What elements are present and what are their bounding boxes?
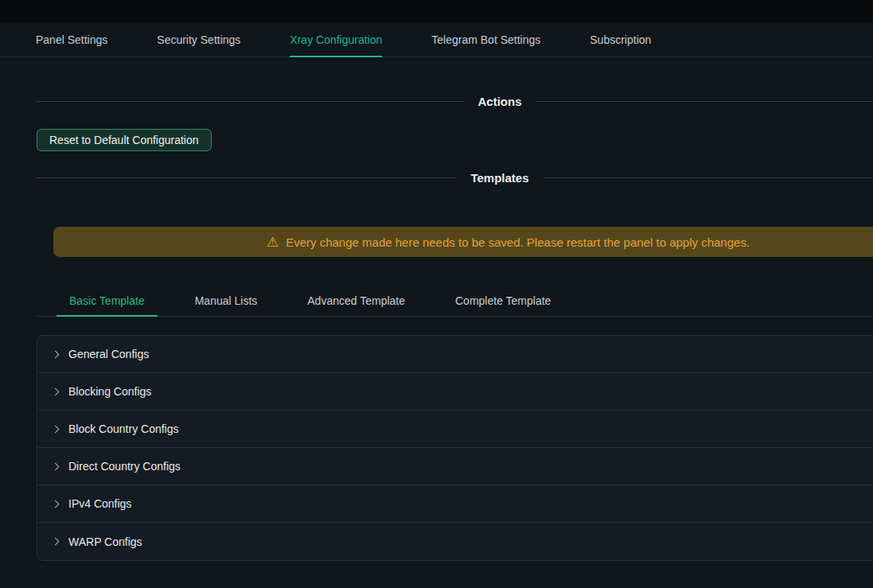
- chevron-right-icon: [52, 500, 60, 508]
- reset-default-configuration-button[interactable]: Reset to Default Configuration: [37, 129, 212, 151]
- chevron-right-icon: [52, 350, 60, 358]
- tab-telegram-bot-settings[interactable]: Telegram Bot Settings: [431, 22, 540, 56]
- collapse-item-ipv4-configs[interactable]: IPv4 Configs: [37, 485, 873, 523]
- collapse-item-label: General Configs: [68, 348, 149, 360]
- collapse-item-label: WARP Configs: [68, 535, 142, 548]
- collapse-item-blocking-configs[interactable]: Blocking Configs: [37, 373, 873, 411]
- xray-settings-page: Panel Settings Security Settings Xray Co…: [0, 0, 873, 588]
- chevron-right-icon: [52, 462, 60, 470]
- tab-basic-template[interactable]: Basic Template: [57, 285, 158, 316]
- collapse-item-label: Direct Country Configs: [68, 460, 181, 473]
- divider-line: [544, 177, 873, 178]
- config-collapse-list: General Configs Blocking Configs Block C…: [37, 335, 873, 561]
- chevron-right-icon: [52, 387, 60, 395]
- collapse-item-label: Block Country Configs: [68, 423, 179, 435]
- collapse-item-label: IPv4 Configs: [68, 497, 131, 510]
- templates-divider-title: Templates: [456, 171, 543, 185]
- templates-divider: Templates: [37, 169, 873, 186]
- collapse-item-direct-country-configs[interactable]: Direct Country Configs: [37, 448, 873, 485]
- restart-warning-alert: ⚠ Every change made here needs to be sav…: [53, 227, 873, 257]
- collapse-item-label: Blocking Configs: [68, 385, 151, 398]
- divider-line: [37, 101, 464, 102]
- actions-divider: Actions: [37, 92, 873, 110]
- collapse-item-block-country-configs[interactable]: Block Country Configs: [37, 411, 873, 448]
- tab-subscription[interactable]: Subscription: [590, 22, 651, 56]
- actions-divider-title: Actions: [464, 95, 536, 108]
- tab-content: Actions Reset to Default Configuration T…: [37, 92, 873, 561]
- template-tabs: Basic Template Manual Lists Advanced Tem…: [37, 285, 873, 317]
- chevron-right-icon: [52, 538, 60, 546]
- tab-manual-lists[interactable]: Manual Lists: [182, 285, 271, 316]
- collapse-item-general-configs[interactable]: General Configs: [37, 336, 873, 373]
- top-bar: [0, 0, 873, 22]
- divider-line: [536, 101, 873, 102]
- tab-xray-configuration[interactable]: Xray Configuration: [290, 22, 382, 56]
- chevron-right-icon: [52, 425, 60, 433]
- warning-triangle-icon: ⚠: [267, 236, 279, 249]
- tab-panel-settings[interactable]: Panel Settings: [36, 22, 107, 56]
- page-body: Panel Settings Security Settings Xray Co…: [0, 22, 873, 561]
- tab-security-settings[interactable]: Security Settings: [157, 22, 240, 56]
- divider-line: [37, 177, 456, 178]
- tab-advanced-template[interactable]: Advanced Template: [294, 285, 418, 316]
- settings-tabs: Panel Settings Security Settings Xray Co…: [0, 22, 873, 57]
- collapse-item-warp-configs[interactable]: WARP Configs: [37, 523, 873, 560]
- tab-complete-template[interactable]: Complete Template: [442, 285, 563, 316]
- alert-message: Every change made here needs to be saved…: [286, 236, 750, 249]
